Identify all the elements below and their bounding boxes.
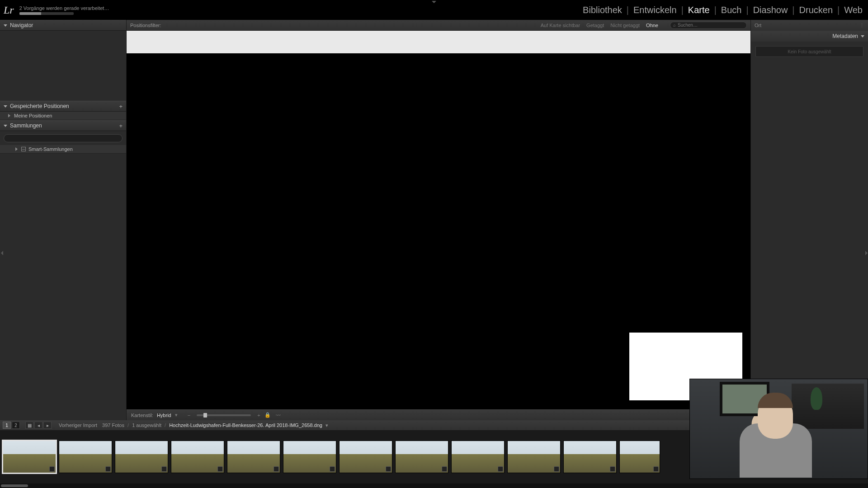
- filmstrip-thumb[interactable]: [227, 441, 280, 473]
- activity-status: 2 Vorgänge werden gerade verarbeitet…: [19, 5, 109, 15]
- prev-button[interactable]: ◂: [34, 422, 42, 429]
- map-filter-bar: Positionsfilter: Auf Karte sichtbar Geta…: [127, 20, 750, 31]
- lock-icon[interactable]: 🔒: [264, 412, 271, 419]
- webcam-bg-shelf: [792, 384, 864, 429]
- location-header[interactable]: Ort ⋮: [751, 20, 868, 31]
- app-logo: Lr: [4, 4, 14, 16]
- tracklog-icon[interactable]: 〰: [275, 412, 282, 419]
- filmstrip-thumb[interactable]: [115, 441, 168, 473]
- chevron-right-icon: [15, 147, 18, 151]
- map-style-label: Kartenstil:: [131, 413, 153, 418]
- add-location-button[interactable]: +: [119, 103, 123, 110]
- module-diashow[interactable]: Diashow: [751, 5, 790, 15]
- collections-filter-input[interactable]: [4, 134, 123, 142]
- secondary-display-buttons: 1 2: [3, 422, 20, 429]
- collections-header[interactable]: Sammlungen +: [0, 120, 126, 131]
- center-area: Positionsfilter: Auf Karte sichtbar Geta…: [127, 20, 750, 420]
- activity-text: 2 Vorgänge werden gerade verarbeitet…: [19, 5, 109, 11]
- saved-locations-header[interactable]: Gespeicherte Positionen +: [0, 101, 126, 112]
- smart-collection-icon: [21, 147, 26, 151]
- map-loading-strip: [127, 31, 750, 53]
- next-button[interactable]: ▸: [43, 422, 52, 429]
- crumb-filename: Hochzeit-Ludwigshafen-Full-Benkesser-26.…: [169, 422, 322, 428]
- chevron-down-icon[interactable]: ▾: [326, 422, 328, 428]
- top-panel-handle[interactable]: [425, 0, 443, 4]
- chevron-right-icon: [8, 114, 10, 117]
- filmstrip-thumb[interactable]: [507, 441, 561, 473]
- second-window-button[interactable]: 2: [12, 422, 20, 429]
- crumb-selected: 1 ausgewählt: [132, 422, 161, 428]
- filmstrip-breadcrumb[interactable]: Vorheriger Import 397 Fotos / 1 ausgewäh…: [59, 422, 328, 428]
- thumb-badge-icon: [217, 466, 223, 472]
- filmstrip-thumb[interactable]: [395, 441, 448, 473]
- map-style-value[interactable]: Hybrid: [157, 413, 171, 418]
- grid-view-button[interactable]: ▦: [25, 422, 33, 429]
- smart-collections-item[interactable]: Smart-Sammlungen: [0, 145, 126, 154]
- webcam-overlay: [689, 379, 868, 479]
- thumb-badge-icon: [653, 466, 659, 472]
- thumb-badge-icon: [386, 466, 391, 472]
- chevron-down-icon: [4, 105, 7, 108]
- thumb-badge-icon: [49, 466, 55, 472]
- filter-tagged[interactable]: Getaggt: [586, 23, 604, 28]
- map-zoom-slider[interactable]: [197, 414, 251, 416]
- collections-title: Sammlungen: [10, 122, 119, 129]
- navigator-preview: [0, 31, 126, 101]
- saved-location-item[interactable]: Meine Positionen: [0, 112, 126, 120]
- module-buch[interactable]: Buch: [719, 5, 744, 15]
- thumb-badge-icon: [442, 466, 447, 472]
- module-bibliothek[interactable]: Bibliothek: [581, 5, 624, 15]
- filter-untagged[interactable]: Nicht getaggt: [610, 23, 640, 28]
- location-menu-icon[interactable]: ⋮: [859, 23, 864, 28]
- filmstrip-thumb[interactable]: [171, 441, 224, 473]
- filmstrip-thumb[interactable]: [563, 441, 617, 473]
- filmstrip-thumb[interactable]: [59, 441, 112, 473]
- map-search[interactable]: ⌕: [670, 22, 747, 29]
- filmstrip-scrollbar[interactable]: [0, 483, 868, 488]
- main-window-button[interactable]: 1: [3, 422, 11, 429]
- filmstrip-thumb[interactable]: [451, 441, 505, 473]
- thumb-badge-icon: [554, 466, 559, 472]
- location-label: Ort: [755, 23, 761, 28]
- module-picker: Bibliothek| Entwickeln| Karte| Buch| Dia…: [581, 5, 864, 15]
- saved-locations-title: Gespeicherte Positionen: [10, 103, 119, 109]
- metadata-empty: Kein Foto ausgewählt: [755, 46, 863, 57]
- thumb-badge-icon: [274, 466, 279, 472]
- position-filter-label: Positionsfilter:: [130, 23, 161, 28]
- smart-collections-label: Smart-Sammlungen: [28, 146, 73, 152]
- chevron-down-icon: [861, 35, 864, 38]
- crumb-source: Vorheriger Import: [59, 422, 97, 428]
- left-panel-handle[interactable]: [0, 244, 4, 262]
- module-karte[interactable]: Karte: [686, 5, 712, 15]
- chevron-down-icon: [4, 125, 7, 127]
- navigator-title: Navigator: [10, 22, 123, 28]
- module-drucken[interactable]: Drucken: [797, 5, 835, 15]
- saved-location-label: Meine Positionen: [14, 113, 52, 118]
- crumb-count: 397 Fotos: [102, 422, 124, 428]
- thumb-badge-icon: [498, 466, 503, 472]
- chevron-down-icon: [4, 24, 7, 27]
- filter-none[interactable]: Ohne: [646, 23, 658, 28]
- metadata-title: Metadaten: [832, 33, 858, 39]
- map-bottom-toolbar: Kartenstil: Hybrid ▾ − + 🔒 〰: [127, 409, 750, 420]
- thumb-badge-icon: [161, 466, 167, 472]
- map-search-input[interactable]: [678, 23, 744, 28]
- add-collection-button[interactable]: +: [119, 122, 123, 129]
- filter-visible-on-map[interactable]: Auf Karte sichtbar: [541, 23, 580, 28]
- activity-progress: [19, 12, 74, 15]
- module-entwickeln[interactable]: Entwickeln: [632, 5, 679, 15]
- navigator-header[interactable]: Navigator: [0, 20, 126, 31]
- webcam-bg-plant: [811, 387, 822, 410]
- right-panel-handle[interactable]: [864, 244, 868, 262]
- module-web[interactable]: Web: [842, 5, 864, 15]
- filmstrip-thumb[interactable]: [3, 441, 56, 473]
- filmstrip-thumb[interactable]: [339, 441, 392, 473]
- left-panel: Navigator Gespeicherte Positionen + Mein…: [0, 20, 127, 420]
- search-icon: ⌕: [673, 23, 676, 28]
- map-canvas[interactable]: [127, 31, 750, 409]
- scrollbar-thumb[interactable]: [1, 484, 28, 487]
- thumb-badge-icon: [330, 466, 335, 472]
- filmstrip-thumb[interactable]: [283, 441, 336, 473]
- filmstrip-thumb[interactable]: [619, 441, 660, 473]
- metadata-header[interactable]: Metadaten: [751, 31, 868, 42]
